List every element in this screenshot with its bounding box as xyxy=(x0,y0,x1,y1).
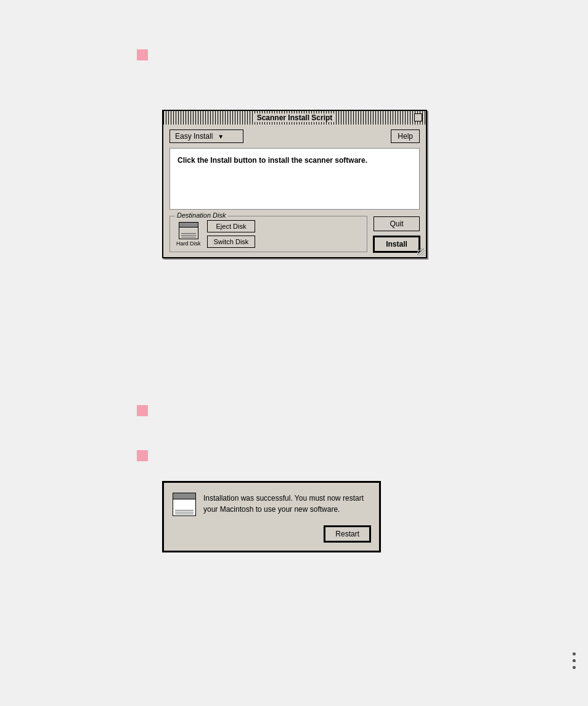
decorative-pink-square-2 xyxy=(137,405,148,416)
dot-3 xyxy=(573,666,576,669)
install-button[interactable]: Install xyxy=(374,236,420,252)
window-body: Easy Install ▼ Help Click the Install bu… xyxy=(163,125,426,257)
info-text: Click the Install button to install the … xyxy=(178,156,367,165)
success-message: Installation was successful. You must no… xyxy=(203,493,370,516)
help-button[interactable]: Help xyxy=(391,129,420,143)
dots-decoration xyxy=(573,652,576,669)
dialog-icon-line-2 xyxy=(175,512,194,512)
decorative-pink-square-1 xyxy=(137,49,148,60)
resize-handle[interactable] xyxy=(417,248,425,256)
disk-buttons: Eject Disk Switch Disk xyxy=(207,220,256,248)
toolbar-row: Easy Install ▼ Help xyxy=(169,129,420,143)
restart-button[interactable]: Restart xyxy=(324,526,370,542)
dropdown-arrow-icon: ▼ xyxy=(218,133,224,140)
installer-window: Scanner Install Script Easy Install ▼ He… xyxy=(162,110,427,258)
right-buttons: Quit Install xyxy=(374,216,420,252)
window-close-box[interactable] xyxy=(414,113,422,121)
success-dialog: Installation was successful. You must no… xyxy=(162,481,381,552)
bottom-section: Destination Disk Hard Disk xyxy=(169,216,420,252)
info-text-area: Click the Install button to install the … xyxy=(169,148,420,210)
dialog-icon-top xyxy=(173,493,195,499)
decorative-pink-square-3 xyxy=(137,450,148,461)
dot-2 xyxy=(573,659,576,662)
hd-line-3 xyxy=(181,237,196,237)
hd-lines xyxy=(179,232,198,239)
eject-disk-button[interactable]: Eject Disk xyxy=(207,220,256,232)
dialog-footer: Restart xyxy=(164,526,379,551)
dialog-success-icon xyxy=(173,493,196,516)
hard-disk-icon: Hard Disk xyxy=(176,222,201,247)
quit-button[interactable]: Quit xyxy=(374,216,420,231)
dialog-body: Installation was successful. You must no… xyxy=(164,483,379,526)
hd-line-2 xyxy=(181,235,196,236)
dropdown-label: Easy Install xyxy=(175,132,213,141)
hard-disk-graphic xyxy=(179,222,198,239)
destination-disk-label: Destination Disk xyxy=(175,211,227,219)
disk-name-label: Hard Disk xyxy=(176,240,201,247)
dialog-icon-line-1 xyxy=(175,510,194,511)
window-title: Scanner Install Script xyxy=(253,113,337,122)
dialog-icon-lines xyxy=(173,509,195,515)
dialog-icon-line-3 xyxy=(175,514,194,514)
switch-disk-button[interactable]: Switch Disk xyxy=(207,236,256,248)
hd-line-1 xyxy=(181,233,196,234)
hd-top xyxy=(179,223,198,228)
dot-1 xyxy=(573,652,576,655)
window-title-bar: Scanner Install Script xyxy=(163,111,426,125)
destination-disk-group: Destination Disk Hard Disk xyxy=(169,216,367,252)
easy-install-dropdown[interactable]: Easy Install ▼ xyxy=(169,129,243,143)
